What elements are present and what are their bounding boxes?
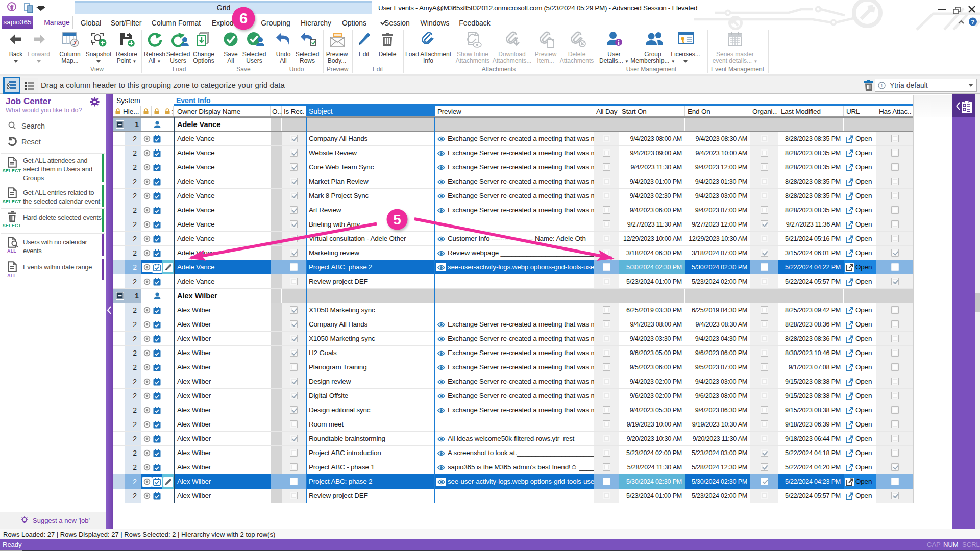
svg-text:5: 5 (393, 212, 401, 228)
svg-text:6: 6 (239, 10, 248, 27)
